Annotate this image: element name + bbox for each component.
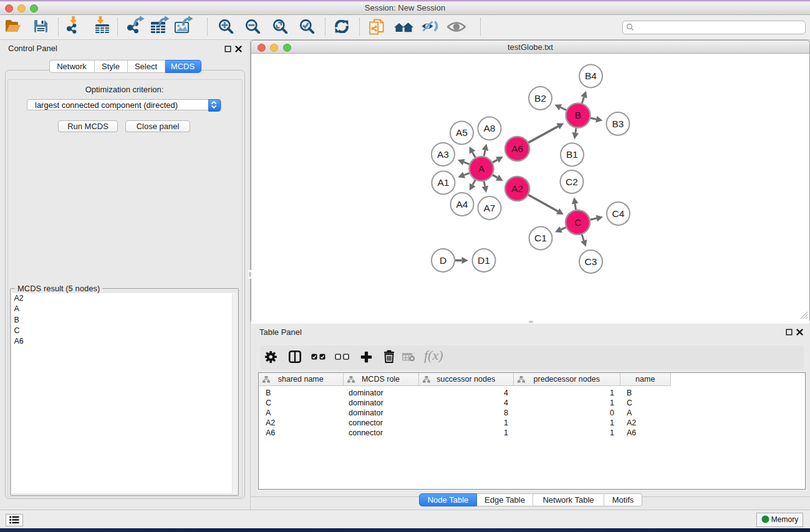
svg-text:A6: A6	[511, 143, 523, 154]
svg-text:C4: C4	[612, 208, 625, 219]
svg-text:C3: C3	[585, 256, 597, 267]
svg-text:D1: D1	[478, 255, 490, 266]
svg-text:A5: A5	[456, 127, 468, 138]
svg-text:A4: A4	[456, 199, 468, 210]
svg-text:A8: A8	[484, 123, 496, 133]
svg-text:A1: A1	[438, 177, 450, 188]
svg-text:A2: A2	[511, 183, 523, 194]
svg-text:A3: A3	[437, 149, 449, 160]
svg-text:B2: B2	[534, 93, 546, 104]
svg-text:A7: A7	[484, 203, 496, 213]
svg-text:D: D	[440, 255, 446, 266]
svg-text:C2: C2	[566, 177, 578, 187]
svg-text:B3: B3	[612, 118, 624, 129]
svg-text:B1: B1	[566, 149, 578, 160]
svg-text:C1: C1	[534, 233, 547, 243]
svg-text:A: A	[478, 163, 485, 174]
svg-text:B4: B4	[585, 70, 597, 81]
svg-text:B: B	[575, 110, 581, 120]
svg-text:C: C	[574, 217, 581, 228]
